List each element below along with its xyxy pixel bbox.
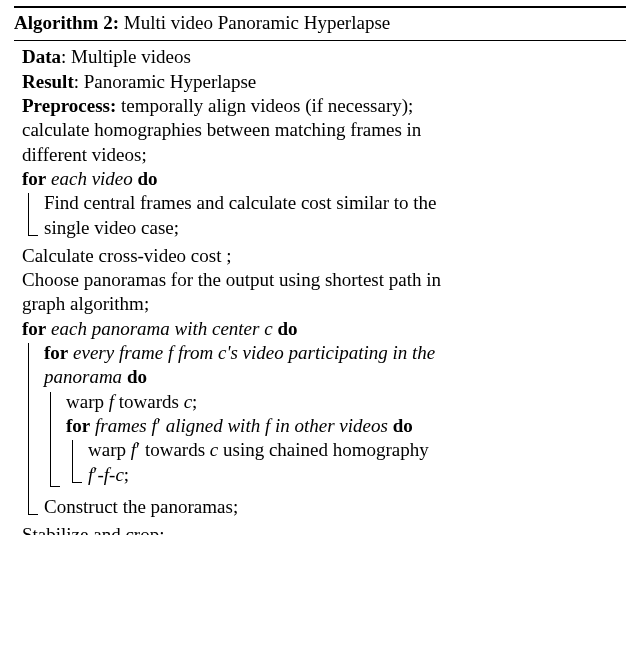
for-keyword: for [66,415,90,436]
algorithm-body: Data: Multiple videos Result: Panoramic … [14,45,626,535]
cutoff-line: Stabilize and crop; [22,523,626,535]
warp-a: warp [66,391,109,412]
do-keyword: do [393,415,413,436]
preprocess-line-1: Preprocess: temporally align videos (if … [22,94,626,118]
for-body-inner2: warp f′ towards c using chained homograp… [66,438,626,491]
data-label: Data [22,46,61,67]
algorithm-header: Algorithm 2: Multi video Panoramic Hyper… [14,10,626,37]
warp-b: towards [114,391,184,412]
for-condition-text: each video [51,168,133,189]
for-body-1: Find central frames and calculate cost s… [22,191,626,244]
i2-cond-b: aligned with [161,415,265,436]
do-keyword: do [127,366,147,387]
chain-end: ; [124,464,129,485]
inner-cond-b: from [173,342,218,363]
loop-bar [22,191,44,244]
i2-cond-a: frames [95,415,151,436]
inner-cond-l2: panorama [44,366,122,387]
loop-bar [44,390,66,495]
colon: : [74,71,84,92]
colon: : [61,46,71,67]
data-value: Multiple videos [71,46,191,67]
algorithm-title: Multi video Panoramic Hyperlapse [124,12,390,33]
for2-cond-a: each panorama with center [51,318,264,339]
inner-cond-d: 's video participating in the [226,342,435,363]
inner-cond-a: every frame [73,342,168,363]
rule-top [14,6,626,8]
do-keyword: do [138,168,158,189]
for-keyword: for [22,318,46,339]
for-each-video: for each video do [22,167,626,191]
choose-panoramas-1: Choose panoramas for the output using sh… [22,268,626,292]
for-body-2: for every frame f from c's video partici… [22,341,626,523]
warp-fprime-l2: f′-f-c; [88,463,626,487]
warp-f-line: warp f towards c; [66,390,626,414]
for-every-frame-l1: for every frame f from c's video partici… [44,341,626,365]
calc-cross-cost: Calculate cross-video cost ; [22,244,626,268]
preprocess-line-3: different videos; [22,143,626,167]
for-every-frame-l2: panorama do [44,365,626,389]
for2-cond-c: c [264,318,272,339]
wfp-a: warp [88,439,131,460]
preprocess-text-1: temporally align videos (if necessary); [121,95,413,116]
choose-panoramas-2: graph algorithm; [22,292,626,316]
for-frames-fprime: for frames f′ aligned with f in other vi… [66,414,626,438]
result-value: Panoramic Hyperlapse [84,71,257,92]
wfp-c: c [210,439,218,460]
warp-d: ; [192,391,197,412]
construct-panoramas: Construct the panoramas; [44,495,626,519]
i2-cond-c: in other videos [270,415,388,436]
rule-mid [14,40,626,41]
for-keyword: for [44,342,68,363]
for-body-inner: warp f towards c; for frames f′ aligned … [44,390,626,495]
warp-c: c [184,391,192,412]
for-each-panorama: for each panorama with center c do [22,317,626,341]
data-line: Data: Multiple videos [22,45,626,69]
result-line: Result: Panoramic Hyperlapse [22,70,626,94]
algorithm-block: Algorithm 2: Multi video Panoramic Hyper… [0,0,640,545]
result-label: Result [22,71,74,92]
algorithm-number: Algorithm 2: [14,12,119,33]
wfp-b: towards [140,439,210,460]
for-keyword: for [22,168,46,189]
for1-body-line1: Find central frames and calculate cost s… [44,191,626,215]
preprocess-line-2: calculate homographies between matching … [22,118,626,142]
do-keyword: do [277,318,297,339]
for1-body-line2: single video case; [44,216,626,240]
loop-bar [22,341,44,523]
warp-fprime-l1: warp f′ towards c using chained homograp… [88,438,626,462]
loop-bar [66,438,88,491]
preprocess-label: Preprocess: [22,95,116,116]
wfp-d: using chained homography [218,439,429,460]
chain-c: c [115,464,123,485]
